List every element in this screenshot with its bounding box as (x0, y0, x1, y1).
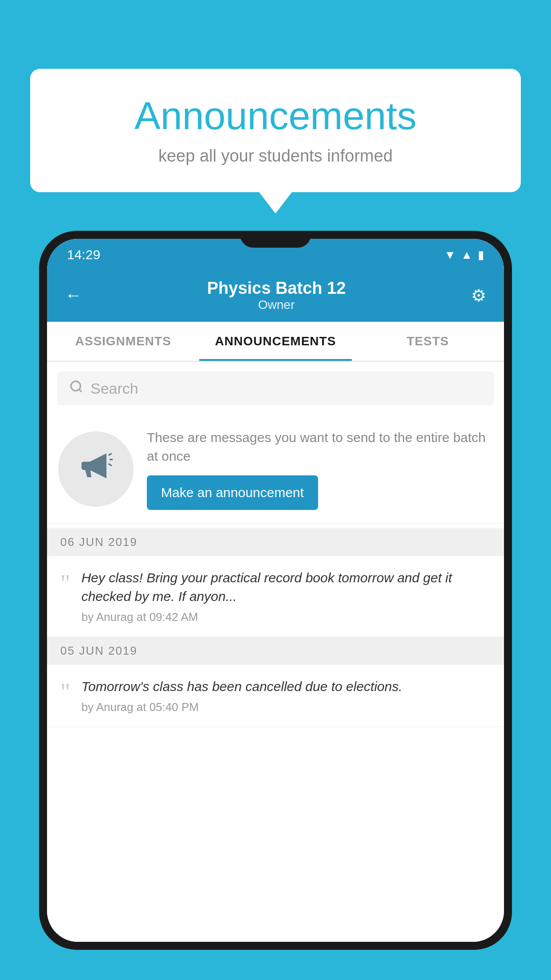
tab-tests[interactable]: TESTS (352, 322, 504, 361)
search-placeholder: Search (91, 380, 138, 397)
speech-bubble: Announcements keep all your students inf… (30, 69, 521, 192)
announcement-text-2: Tomorrow's class has been cancelled due … (81, 677, 491, 696)
settings-button[interactable]: ⚙ (471, 286, 486, 305)
announcement-text-1: Hey class! Bring your practical record b… (81, 569, 491, 606)
announcement-item-2[interactable]: " Tomorrow's class has been cancelled du… (47, 665, 504, 727)
announcement-meta-1: by Anurag at 09:42 AM (81, 610, 491, 624)
svg-line-2 (108, 453, 111, 455)
make-announcement-button[interactable]: Make an announcement (147, 475, 318, 510)
svg-point-0 (71, 381, 80, 391)
app-header: ← Physics Batch 12 Owner ⚙ (47, 271, 504, 322)
phone-outer: 14:29 ▼ ▲ ▮ ← Physics Batch 12 Owner ⚙ (39, 231, 512, 950)
batch-title: Physics Batch 12 (82, 279, 471, 298)
announcement-item-1[interactable]: " Hey class! Bring your practical record… (47, 556, 504, 637)
bubble-subtitle: keep all your students informed (57, 146, 494, 166)
back-button[interactable]: ← (65, 286, 82, 305)
announcement-content-2: Tomorrow's class has been cancelled due … (81, 677, 491, 714)
announcement-prompt: These are messages you want to send to t… (47, 415, 504, 524)
signal-icon: ▲ (461, 248, 472, 262)
phone-screen: 14:29 ▼ ▲ ▮ ← Physics Batch 12 Owner ⚙ (47, 239, 504, 942)
announcement-meta-2: by Anurag at 05:40 PM (81, 700, 491, 714)
search-bar[interactable]: Search (57, 371, 494, 405)
battery-icon: ▮ (478, 248, 484, 262)
content-area: Search (47, 362, 504, 942)
prompt-content: These are messages you want to send to t… (147, 428, 493, 510)
status-icons: ▼ ▲ ▮ (445, 248, 484, 262)
phone-notch (240, 231, 311, 248)
tab-assignments[interactable]: ASSIGNMENTS (47, 322, 199, 361)
quote-icon-2: " (60, 680, 70, 714)
svg-line-1 (79, 389, 82, 392)
bubble-title: Announcements (57, 93, 494, 138)
tabs-bar: ASSIGNMENTS ANNOUNCEMENTS TESTS (47, 322, 504, 362)
quote-icon-1: " (60, 571, 70, 624)
prompt-description: These are messages you want to send to t… (147, 428, 493, 466)
wifi-icon: ▼ (445, 248, 456, 262)
phone-container: 14:29 ▼ ▲ ▮ ← Physics Batch 12 Owner ⚙ (39, 231, 512, 980)
status-time: 14:29 (67, 247, 100, 262)
tab-announcements[interactable]: ANNOUNCEMENTS (199, 322, 351, 361)
megaphone-icon (79, 449, 113, 490)
header-title-group: Physics Batch 12 Owner (82, 279, 471, 312)
svg-line-4 (108, 463, 111, 466)
announcement-content-1: Hey class! Bring your practical record b… (81, 569, 491, 624)
date-separator-2: 05 JUN 2019 (47, 637, 504, 665)
search-icon (69, 379, 83, 397)
date-separator-1: 06 JUN 2019 (47, 528, 504, 556)
batch-role: Owner (82, 298, 471, 312)
prompt-icon-circle (58, 431, 134, 507)
speech-bubble-container: Announcements keep all your students inf… (30, 69, 521, 192)
